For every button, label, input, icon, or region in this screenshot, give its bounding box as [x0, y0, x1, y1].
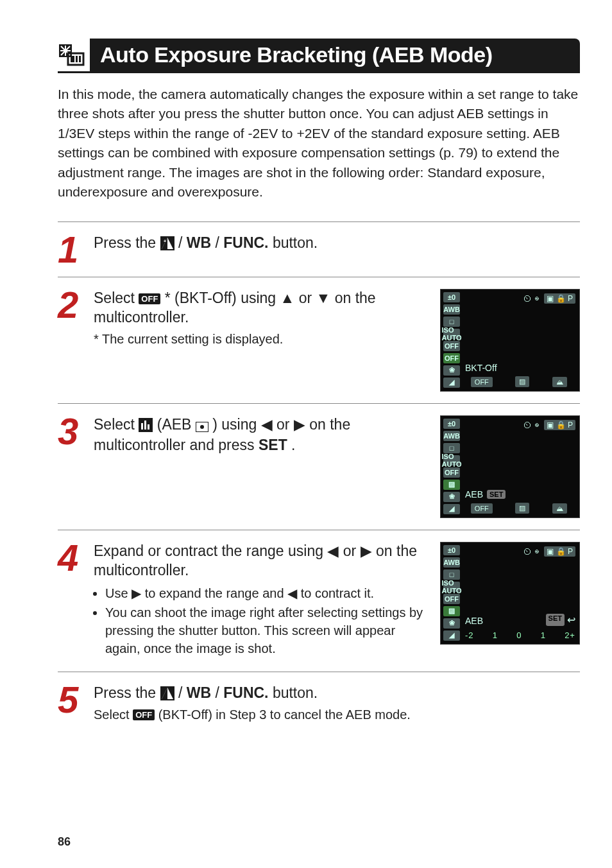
list-item: You can shoot the image right after sele… [105, 603, 432, 657]
step-2: 2 Select OFF * (BKT-Off) using ▲ or ▼ on… [58, 277, 580, 403]
step-1-heading: Press the +− / WB / FUNC. button. [94, 234, 580, 253]
scale-tick: 0 [516, 630, 522, 640]
step-5: 5 Press the / WB / FUNC. button. Select … [58, 672, 580, 738]
step-2-heading: Select OFF * (BKT-Off) using ▲ or ▼ on t… [94, 289, 432, 327]
lcd-bottom-chip: ⛰ [552, 503, 567, 514]
step-4: 4 Expand or contract the range using ◀ o… [58, 530, 580, 672]
lcd-side-chip: ±0 [443, 292, 460, 302]
lcd-side-chip: ◢ [443, 504, 460, 514]
lcd-side-chip: ±0 [443, 545, 460, 555]
step-5-heading: Press the / WB / FUNC. button. [94, 684, 580, 703]
bkt-off-icon: OFF [133, 709, 155, 720]
step-number: 1 [58, 234, 86, 265]
step-2-sub: * The current setting is displayed. [94, 330, 432, 348]
step-4-bullets: Use ▶ to expand the range and ◀ to contr… [94, 584, 432, 657]
lcd-label: AEB [465, 616, 483, 626]
lcd-side-chip: AWB [443, 431, 460, 441]
mode-indicator: ▣ 🔒 P [544, 420, 575, 430]
separator: / [178, 234, 187, 251]
page-title: Auto Exposure Bracketing (AEB Mode) [90, 39, 580, 71]
lcd-side-chip: □ [443, 317, 460, 327]
lcd-screenshot-bkt-off: ±0AWB□ISO AUTOOFFOFF❀◢ ⏲ ◉ ▣ 🔒 P BKT-Off… [440, 289, 580, 392]
svg-rect-11 [148, 424, 149, 430]
svg-rect-9 [141, 423, 143, 430]
aeb-icon [139, 418, 153, 432]
mode-indicator: ▣ 🔒 P [544, 546, 575, 557]
lcd-side-chip: ISO AUTO [443, 329, 460, 339]
mode-indicator: ▣ 🔒 P [544, 293, 575, 304]
lcd-side-chip: □ [443, 569, 460, 580]
list-item: Use ▶ to expand the range and ◀ to contr… [105, 584, 432, 602]
lcd-bottom-chip: OFF [471, 377, 493, 387]
step-1: 1 Press the +− / WB / FUNC. button. [58, 221, 580, 277]
lcd-side-chip: ISO AUTO [443, 455, 460, 465]
timer-icon: ⏲ ◉ [523, 546, 539, 557]
lcd-side-chip: ◢ [443, 378, 460, 388]
lcd-side-chip: ❀ [443, 618, 460, 629]
step-number: 3 [58, 415, 86, 518]
step-number: 2 [58, 289, 86, 392]
lcd-bottom-chip: OFF [471, 503, 493, 514]
scale-tick: 1 [541, 630, 546, 640]
lcd-label: AEB SET [465, 489, 506, 499]
lcd-side-chip: OFF [443, 341, 460, 351]
exposure-comp-icon: +− [160, 236, 174, 250]
page-title-row: Auto Exposure Bracketing (AEB Mode) [58, 39, 580, 73]
set-badge: SET [487, 490, 506, 499]
wb-label: WB [187, 234, 211, 251]
lcd-side-chip: ◢ [443, 630, 460, 641]
svg-rect-4 [79, 56, 81, 62]
lcd-label: BKT-Off [465, 363, 497, 373]
lcd-side-chip: ±0 [443, 419, 460, 429]
lcd-screenshot-aeb-scale: ±0AWB□ISO AUTOOFF▨❀◢ ⏲ ◉ ▣ 🔒 P AEB SET↩ … [440, 542, 580, 645]
lcd-side-chip: ▨ [443, 480, 460, 490]
lcd-screenshot-aeb-set: ±0AWB□ISO AUTOOFF▨❀◢ ⏲ ◉ ▣ 🔒 P AEB SET O… [440, 415, 580, 518]
lcd-side-chip: ▨ [443, 606, 460, 616]
timer-icon: ⏲ ◉ [523, 293, 539, 304]
func-label: FUNC. [223, 684, 268, 701]
aeb-mode-icon [58, 43, 86, 67]
intro-text: In this mode, the camera automatically c… [58, 85, 580, 202]
lcd-bottom-chip: ▨ [515, 376, 529, 387]
separator: / [215, 234, 223, 251]
separator: / [178, 684, 187, 701]
lcd-side-chip: OFF [443, 353, 460, 363]
lcd-side-chip: ❀ [443, 365, 460, 376]
lcd-side-chip: AWB [443, 557, 460, 568]
lcd-side-chip: ISO AUTO [443, 582, 460, 592]
svg-rect-3 [76, 56, 78, 62]
scale-tick: 2+ [565, 630, 575, 640]
scale-tick: -2 [465, 630, 474, 640]
lcd-bottom-chip: ▨ [515, 503, 529, 514]
set-return-badge: SET↩ [546, 614, 575, 626]
wb-label: WB [187, 684, 211, 701]
step-4-heading: Expand or contract the range using ◀ or … [94, 542, 432, 580]
lcd-bottom-chip: ⛰ [552, 377, 567, 387]
step-number: 4 [58, 542, 86, 660]
exposure-comp-icon [160, 686, 174, 700]
separator: / [215, 684, 223, 701]
set-label: SET [259, 437, 287, 453]
svg-text:−: − [169, 245, 171, 249]
step-3: 3 Select (AEB ) using ◀ or ▶ on the mult… [58, 403, 580, 530]
svg-rect-10 [144, 421, 146, 430]
timer-icon: ⏲ ◉ [523, 420, 539, 430]
step-number: 5 [58, 684, 86, 726]
page-number: 86 [58, 835, 71, 849]
step-3-heading: Select (AEB ) using ◀ or ▶ on the multic… [94, 415, 432, 455]
bkt-off-icon: OFF [139, 293, 160, 304]
lcd-side-chip: OFF [443, 594, 460, 604]
svg-point-13 [200, 425, 204, 429]
lcd-side-chip: OFF [443, 467, 460, 478]
func-label: FUNC. [223, 234, 268, 251]
scale-tick: 1 [493, 630, 498, 640]
lcd-side-chip: AWB [443, 304, 460, 315]
lcd-side-chip: ❀ [443, 492, 460, 502]
svg-rect-2 [71, 56, 74, 62]
step-5-sub: Select OFF (BKT-Off) in Step 3 to cancel… [94, 706, 580, 724]
aeb-bracket-icon [196, 422, 208, 436]
lcd-side-chip: □ [443, 443, 460, 453]
svg-text:+: + [164, 239, 166, 243]
